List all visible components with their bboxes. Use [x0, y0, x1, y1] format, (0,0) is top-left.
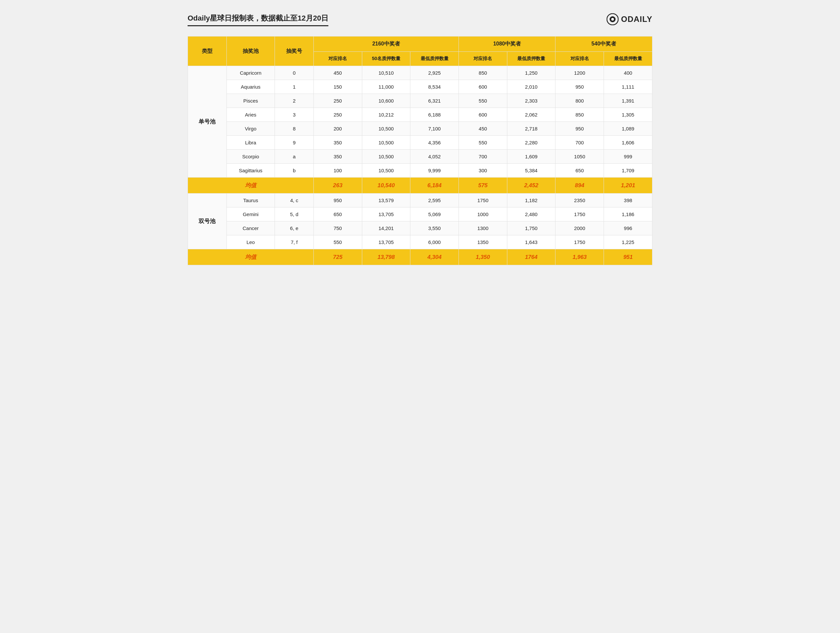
- table-cell: 999: [604, 150, 652, 164]
- table-cell: 4,052: [411, 150, 459, 164]
- avg-value: 4,304: [411, 249, 459, 265]
- table-cell: 10,500: [362, 136, 411, 150]
- sub-min-540: 最低质押数量: [604, 52, 652, 66]
- table-cell: 2,010: [507, 80, 556, 94]
- avg-value: 725: [313, 249, 362, 265]
- table-cell: 350: [313, 150, 362, 164]
- table-cell: 6, e: [275, 221, 314, 235]
- sub-min-1080: 最低质押数量: [507, 52, 556, 66]
- table-cell: 150: [313, 80, 362, 94]
- table-row: Pisces225010,6006,3215502,3038001,391: [188, 94, 652, 108]
- table-cell: 5, d: [275, 207, 314, 221]
- table-cell: 1,606: [604, 136, 652, 150]
- odaily-logo-icon: [606, 13, 619, 25]
- table-cell: 600: [459, 108, 507, 122]
- table-cell: 7, f: [275, 235, 314, 249]
- sub-top50-2160: 50名质押数量: [362, 52, 411, 66]
- table-cell: 1750: [556, 207, 604, 221]
- avg-value: 6,184: [411, 178, 459, 194]
- table-row: Scorpioa35010,5004,0527001,6091050999: [188, 150, 652, 164]
- avg-value: 894: [556, 178, 604, 194]
- col-number: 抽奖号: [275, 36, 314, 66]
- table-cell: 8: [275, 122, 314, 136]
- table-cell: 450: [313, 66, 362, 80]
- table-cell: 10,500: [362, 164, 411, 178]
- svg-point-2: [611, 18, 614, 21]
- table-cell: 650: [556, 164, 604, 178]
- table-cell: 750: [313, 221, 362, 235]
- table-row: Virgo820010,5007,1004502,7189501,089: [188, 122, 652, 136]
- table-cell: 1350: [459, 235, 507, 249]
- col-group-2160: 2160中奖者: [313, 36, 458, 52]
- header-underline: [188, 25, 328, 26]
- table-cell: 10,600: [362, 94, 411, 108]
- table-cell: 600: [459, 80, 507, 94]
- table-cell: 800: [556, 94, 604, 108]
- table-cell: 1,643: [507, 235, 556, 249]
- table-row: Aries325010,2126,1886002,0628501,305: [188, 108, 652, 122]
- table-cell: 0: [275, 66, 314, 80]
- table-cell: 2,480: [507, 207, 556, 221]
- table-cell: 400: [604, 66, 652, 80]
- table-row: 双号池Taurus4, c95013,5792,59517501,1822350…: [188, 194, 652, 207]
- table-row: Aquarius115011,0008,5346002,0109501,111: [188, 80, 652, 94]
- table-row: Libra935010,5004,3565502,2807001,606: [188, 136, 652, 150]
- table-cell: 1,225: [604, 235, 652, 249]
- table-cell: 10,500: [362, 122, 411, 136]
- avg-value: 575: [459, 178, 507, 194]
- table-cell: 7,100: [411, 122, 459, 136]
- table-cell: 10,212: [362, 108, 411, 122]
- table-cell: 1750: [459, 194, 507, 207]
- table-cell: Cancer: [226, 221, 275, 235]
- sub-rank-1080: 对应排名: [459, 52, 507, 66]
- avg-value: 951: [604, 249, 652, 265]
- col-group-1080: 1080中奖者: [459, 36, 556, 52]
- table-cell: 4,356: [411, 136, 459, 150]
- table-cell: Scorpio: [226, 150, 275, 164]
- table-cell: 2,595: [411, 194, 459, 207]
- table-cell: 1750: [556, 235, 604, 249]
- main-table: 类型 抽奖池 抽奖号 2160中奖者 1080中奖者 540中奖者 对应排名 5…: [188, 36, 652, 265]
- table-row: Sagittariusb10010,5009,9993005,3846501,7…: [188, 164, 652, 178]
- table-cell: 1200: [556, 66, 604, 80]
- table-cell: 2000: [556, 221, 604, 235]
- header: Odaily星球日报制表，数据截止至12月20日 ODAILY: [188, 13, 652, 26]
- table-cell: 550: [459, 94, 507, 108]
- avg-value: 10,540: [362, 178, 411, 194]
- table-cell: Aries: [226, 108, 275, 122]
- table-cell: Pisces: [226, 94, 275, 108]
- table-cell: 300: [459, 164, 507, 178]
- col-type: 类型: [188, 36, 227, 66]
- table-cell: 13,705: [362, 235, 411, 249]
- table-cell: 9,999: [411, 164, 459, 178]
- table-cell: 9: [275, 136, 314, 150]
- table-cell: 850: [556, 108, 604, 122]
- table-row: Leo7, f55013,7056,00013501,64317501,225: [188, 235, 652, 249]
- table-cell: 1000: [459, 207, 507, 221]
- table-cell: 1,750: [507, 221, 556, 235]
- table-cell: 10,510: [362, 66, 411, 80]
- logo-text: ODAILY: [621, 14, 652, 24]
- table-cell: 1,111: [604, 80, 652, 94]
- category-double: 双号池: [188, 194, 227, 249]
- table-cell: Aquarius: [226, 80, 275, 94]
- table-cell: 1,089: [604, 122, 652, 136]
- avg-label-double: 均值: [188, 249, 314, 265]
- col-pool: 抽奖池: [226, 36, 275, 66]
- table-cell: Virgo: [226, 122, 275, 136]
- table-cell: b: [275, 164, 314, 178]
- avg-value: 13,798: [362, 249, 411, 265]
- table-cell: 5,069: [411, 207, 459, 221]
- avg-row-double: 均值72513,7984,3041,35017641,963951: [188, 249, 652, 265]
- avg-value: 1,963: [556, 249, 604, 265]
- table-cell: a: [275, 150, 314, 164]
- table-cell: 2,280: [507, 136, 556, 150]
- avg-value: 1,201: [604, 178, 652, 194]
- table-cell: 1,305: [604, 108, 652, 122]
- table-cell: 2,303: [507, 94, 556, 108]
- table-cell: 14,201: [362, 221, 411, 235]
- col-group-540: 540中奖者: [556, 36, 652, 52]
- avg-value: 1764: [507, 249, 556, 265]
- table-row: Gemini5, d65013,7055,06910002,48017501,1…: [188, 207, 652, 221]
- table-cell: 1,609: [507, 150, 556, 164]
